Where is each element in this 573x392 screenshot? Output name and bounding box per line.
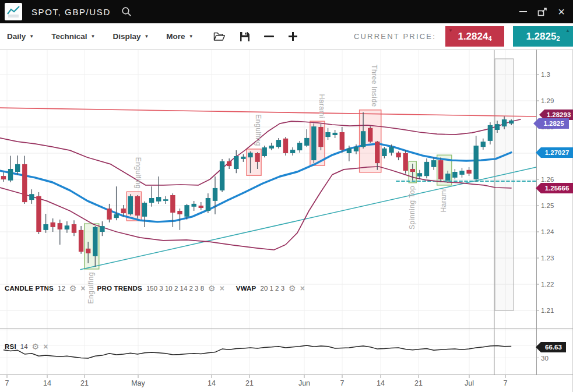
- open-folder-icon[interactable]: [213, 31, 226, 41]
- rsi-legend: RSI14⚙×: [5, 342, 59, 351]
- svg-text:14: 14: [208, 379, 216, 387]
- window-controls: ×: [519, 6, 573, 17]
- chevron-down-icon: ▼: [90, 34, 95, 39]
- svg-text:Harami: Harami: [440, 188, 448, 213]
- price-tag: 66.63: [536, 342, 566, 352]
- svg-text:1.24: 1.24: [541, 228, 554, 235]
- svg-text:1.26: 1.26: [541, 176, 554, 183]
- remove-indicator-icon[interactable]: ×: [80, 284, 85, 293]
- svg-text:14: 14: [377, 379, 385, 387]
- svg-text:Three Inside: Three Inside: [370, 65, 378, 107]
- menu-more[interactable]: More▼: [166, 32, 193, 41]
- remove-indicator-icon[interactable]: ×: [220, 284, 224, 293]
- settings-gear-icon[interactable]: ⚙: [289, 284, 296, 293]
- settings-gear-icon[interactable]: ⚙: [32, 342, 40, 351]
- remove-indicator-icon[interactable]: ×: [43, 342, 48, 351]
- svg-text:1.29: 1.29: [541, 97, 554, 104]
- popout-button[interactable]: [537, 8, 547, 16]
- ask-price-value: 1.2825: [526, 31, 556, 43]
- chevron-down-icon: ▼: [29, 34, 34, 39]
- legend-rsi: RSI14⚙×: [5, 342, 48, 351]
- svg-text:Harami: Harami: [318, 94, 326, 118]
- current-price-label: CURRENT PRICE:: [354, 32, 436, 41]
- svg-text:1.25: 1.25: [541, 202, 554, 209]
- svg-text:30: 30: [541, 355, 549, 362]
- legend-vwap: VWAP20 1 2 3⚙×: [236, 284, 305, 293]
- svg-text:Engulfing: Engulfing: [254, 114, 262, 146]
- svg-text:7: 7: [340, 379, 344, 387]
- settings-gear-icon[interactable]: ⚙: [208, 284, 216, 293]
- ask-price-box[interactable]: ▲ 1.28252: [513, 26, 573, 47]
- down-arrow-icon: ▼: [448, 28, 453, 33]
- svg-text:14: 14: [43, 379, 51, 387]
- svg-text:21: 21: [245, 379, 254, 387]
- indicator-legend: CANDLE PTNS12⚙×PRO TRENDS150 3 10 2 14 2…: [5, 284, 317, 293]
- chevron-down-icon: ▼: [189, 34, 194, 39]
- close-icon[interactable]: ×: [558, 6, 565, 17]
- save-icon[interactable]: [240, 31, 250, 42]
- price-tag: 1.25666: [536, 183, 573, 193]
- svg-text:Jul: Jul: [465, 379, 474, 387]
- chevron-down-icon: ▼: [144, 34, 149, 39]
- svg-text:Spinning Top: Spinning Top: [408, 186, 416, 229]
- svg-text:7: 7: [5, 379, 9, 387]
- svg-text:1.22: 1.22: [541, 281, 554, 288]
- zoom-in-icon[interactable]: [288, 31, 298, 41]
- svg-text:7: 7: [504, 379, 508, 387]
- remove-indicator-icon[interactable]: ×: [300, 284, 305, 293]
- menu-daily[interactable]: Daily▼: [7, 32, 34, 41]
- toolbar-icons: [213, 31, 298, 42]
- up-arrow-icon: ▲: [565, 28, 570, 33]
- svg-text:May: May: [131, 379, 145, 387]
- svg-text:1.21: 1.21: [541, 307, 554, 314]
- minimize-button[interactable]: [519, 11, 527, 12]
- title-bar: SPOT, GBP/USD ×: [0, 0, 573, 23]
- svg-text:Jun: Jun: [298, 379, 310, 387]
- trading-app-window: SPOT, GBP/USD × Daily▼Technical▼Display▼…: [0, 0, 573, 392]
- menu-technical[interactable]: Technical▼: [51, 32, 95, 41]
- toolbar: Daily▼Technical▼Display▼More▼: [0, 23, 573, 50]
- price-chart[interactable]: EngulfingEngulfingEngulfingHaramiThree I…: [0, 50, 573, 392]
- svg-text:1.3: 1.3: [541, 71, 550, 78]
- svg-text:Engulfing: Engulfing: [134, 157, 142, 189]
- bid-price-value: 1.2824: [458, 31, 488, 43]
- menu-display[interactable]: Display▼: [113, 32, 149, 41]
- svg-text:21: 21: [414, 379, 423, 387]
- settings-gear-icon[interactable]: ⚙: [69, 284, 77, 293]
- price-tag: 1.2825: [533, 118, 569, 129]
- svg-text:21: 21: [80, 379, 89, 387]
- legend-pro-trends: PRO TRENDS150 3 10 2 14 2 3 8⚙×: [97, 284, 224, 293]
- price-tag: 1.27027: [536, 147, 573, 158]
- legend-candle-ptns: CANDLE PTNS12⚙×: [5, 284, 86, 293]
- zoom-out-icon[interactable]: [264, 36, 274, 37]
- bid-price-box[interactable]: ▼ 1.28244: [445, 26, 504, 47]
- chart-line-icon: [5, 3, 22, 20]
- window-title: SPOT, GBP/USD: [31, 7, 111, 17]
- search-icon[interactable]: [121, 6, 132, 17]
- svg-text:1.23: 1.23: [541, 255, 554, 262]
